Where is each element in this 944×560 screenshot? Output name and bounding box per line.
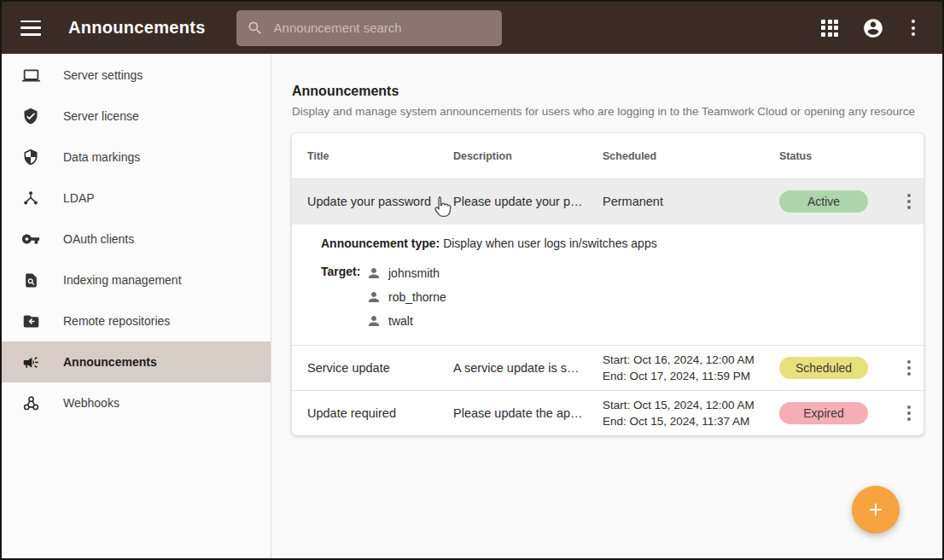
scheduled-end: End: Oct 15, 2024, 11:37 AM [603, 413, 779, 429]
apps-grid-icon[interactable] [821, 20, 838, 37]
shield-check-icon [20, 106, 41, 126]
app-title: Announcements [68, 18, 206, 38]
sidebar-item-label: Announcements [63, 355, 157, 369]
scheduled-start: Start: Oct 15, 2024, 12:00 AM [603, 397, 779, 413]
sidebar-item-oauth-clients[interactable]: OAuth clients [2, 219, 271, 260]
target-block: Target: johnsmith rob_thorne [321, 261, 908, 333]
sidebar-item-label: Indexing management [63, 273, 182, 287]
page-title: Announcements [292, 84, 942, 99]
row-scheduled: Start: Oct 15, 2024, 12:00 AM End: Oct 1… [603, 397, 779, 429]
add-announcement-button[interactable] [852, 486, 900, 534]
announcement-search[interactable] [236, 10, 502, 46]
table-row[interactable]: Service update A service update is s… St… [292, 345, 924, 390]
computer-icon [20, 65, 41, 85]
person-icon [366, 265, 382, 281]
app-header: Announcements [2, 2, 942, 54]
scheduled-start: Start: Oct 16, 2024, 12:00 AM [603, 352, 779, 368]
target-user: johnsmith [366, 261, 446, 285]
column-header-scheduled: Scheduled [603, 150, 779, 162]
target-username: johnsmith [388, 266, 440, 280]
person-icon [366, 289, 382, 305]
row-menu-icon[interactable] [903, 358, 915, 378]
plus-icon [865, 499, 886, 520]
target-label: Target: [321, 261, 366, 333]
announcement-type-label: Announcement type: [321, 236, 440, 250]
sidebar-item-label: Webhooks [63, 396, 119, 410]
sidebar-item-label: OAuth clients [63, 232, 134, 246]
status-badge: Expired [779, 402, 868, 424]
sidebar-item-remote-repositories[interactable]: Remote repositories [2, 300, 271, 341]
column-header-title: Title [307, 150, 453, 162]
sidebar-item-server-license[interactable]: Server license [2, 96, 271, 137]
target-username: twalt [388, 314, 413, 328]
table-row[interactable]: Update your password Please update your … [292, 179, 924, 224]
sidebar-item-label: Server settings [63, 68, 143, 82]
sidebar-item-webhooks[interactable]: Webhooks [2, 382, 271, 423]
sidebar-item-label: Server license [63, 109, 139, 123]
column-header-description: Description [453, 150, 603, 162]
account-circle-icon[interactable] [862, 17, 884, 39]
target-username: rob_thorne [388, 290, 446, 304]
search-icon [247, 20, 264, 37]
key-icon [20, 229, 41, 249]
row-expanded-detail: Announcement type: Display when user log… [292, 224, 924, 345]
main-content: Announcements Display and manage system … [271, 54, 942, 558]
sidebar-item-label: LDAP [63, 191, 95, 205]
page-subtitle: Display and manage system announcements … [292, 105, 942, 118]
status-badge: Scheduled [779, 357, 868, 379]
sidebar-item-indexing-management[interactable]: Indexing management [2, 260, 271, 300]
sidebar-item-label: Data markings [63, 150, 140, 164]
sidebar-item-label: Remote repositories [63, 314, 170, 328]
row-title: Service update [307, 361, 453, 375]
row-description: Please update the ap… [453, 406, 603, 420]
column-header-status: Status [779, 150, 903, 162]
folder-arrow-icon [20, 311, 41, 331]
status-badge: Active [779, 190, 868, 213]
sidebar: Server settings Server license Data mark… [2, 54, 271, 558]
webhook-icon [20, 393, 41, 413]
shield-half-icon [20, 147, 41, 167]
announcement-type-line: Announcement type: Display when user log… [321, 236, 908, 250]
row-menu-icon[interactable] [903, 191, 915, 212]
row-menu-icon[interactable] [903, 403, 915, 423]
target-user: twalt [366, 309, 446, 333]
document-search-icon [20, 270, 41, 290]
row-description: Please update your p… [453, 195, 603, 208]
scheduled-end: End: Oct 17, 2024, 11:59 PM [603, 368, 779, 384]
announcement-type-value: Display when user logs in/switches apps [443, 236, 657, 250]
row-description: A service update is s… [453, 361, 603, 375]
header-actions [821, 17, 925, 39]
sidebar-item-ldap[interactable]: LDAP [2, 178, 271, 219]
table-row[interactable]: Update required Please update the ap… St… [292, 390, 924, 435]
hub-icon [20, 188, 41, 208]
announcements-table: Title Description Scheduled Status Updat… [292, 133, 924, 435]
sidebar-item-server-settings[interactable]: Server settings [2, 55, 271, 96]
sidebar-item-announcements[interactable]: Announcements [2, 341, 271, 382]
row-title: Update your password [307, 195, 453, 208]
target-user: rob_thorne [366, 285, 446, 309]
more-vert-icon[interactable] [908, 18, 918, 38]
search-input[interactable] [274, 20, 492, 35]
row-scheduled: Start: Oct 16, 2024, 12:00 AM End: Oct 1… [603, 352, 779, 384]
sidebar-item-data-markings[interactable]: Data markings [2, 137, 271, 178]
admin-console-window: Announcements Server se [0, 0, 944, 560]
row-title: Update required [307, 406, 453, 420]
person-icon [366, 313, 382, 329]
row-scheduled: Permanent [603, 195, 779, 208]
megaphone-icon [20, 352, 41, 372]
table-header-row: Title Description Scheduled Status [292, 133, 924, 179]
menu-icon[interactable] [20, 20, 41, 36]
